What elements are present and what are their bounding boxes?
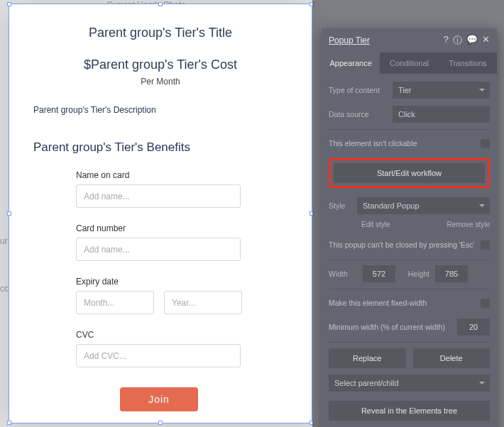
type-of-content-select[interactable]: Tier [393,82,490,99]
chevron-down-icon [479,204,485,207]
width-input[interactable] [363,265,395,282]
resize-handle[interactable] [158,2,163,6]
cvc-label: CVC [76,330,312,340]
select-parent-value: Select parent/child [334,379,399,387]
data-source-label: Data source [329,110,393,118]
payment-form: Name on card Card number Expiry date CVC… [76,170,312,411]
property-editor[interactable]: Popup Tier ? ⓘ 💬 ✕ Appearance Conditiona… [322,28,497,427]
info-icon[interactable]: ⓘ [453,34,462,47]
card-label: Card number [76,223,312,233]
card-input[interactable] [76,238,241,261]
type-value: Tier [398,86,412,94]
expiry-month-input[interactable] [76,291,154,314]
style-label: Style [329,201,357,210]
start-edit-workflow-button[interactable]: Start/Edit workflow [334,163,485,183]
popup-tier[interactable]: Parent group's Tier's Title $Parent grou… [9,4,312,423]
height-input[interactable] [435,265,468,282]
not-clickable-label: This element isn't clickable [329,139,417,148]
select-parent-child[interactable]: Select parent/child [329,375,490,392]
bg-text-ur: ur [0,236,8,246]
help-icon[interactable]: ? [444,34,449,47]
not-clickable-checkbox[interactable] [481,139,490,148]
style-value: Standard Popup [363,201,420,210]
style-select[interactable]: Standard Popup [357,197,490,214]
tier-period: Per Month [9,77,312,87]
remove-style-link[interactable]: Remove style [447,221,490,228]
edit-style-link[interactable]: Edit style [361,221,390,228]
min-width-label: Minimum width (% of current width) [329,323,445,331]
width-label: Width [329,270,357,278]
replace-button[interactable]: Replace [329,348,406,368]
workflow-highlight: Start/Edit workflow [329,158,490,188]
esc-close-label: This popup can't be closed by pressing '… [329,240,475,249]
resize-handle[interactable] [158,421,163,425]
tab-conditional[interactable]: Conditional [380,52,438,74]
cvc-input[interactable] [76,344,241,367]
join-button[interactable]: Join [120,387,198,411]
bg-text-cc: cc [0,284,9,294]
expiry-label: Expiry date [76,277,312,287]
close-icon[interactable]: ✕ [482,34,490,47]
name-input[interactable] [76,184,241,208]
height-label: Height [401,270,429,278]
fixed-width-label: Make this element fixed-width [329,299,427,307]
data-source-value: Click [398,110,415,118]
tier-description: Parent group's Tier's Description [33,105,312,115]
tab-transitions[interactable]: Transitions [439,52,497,74]
type-of-content-label: Type of content [329,86,393,94]
chevron-down-icon [479,382,485,384]
delete-button[interactable]: Delete [413,348,491,368]
tab-appearance[interactable]: Appearance [322,52,380,74]
tier-benefits: Parent group's Tier's Benefits [33,140,312,155]
resize-handle[interactable] [7,421,11,425]
chevron-down-icon [479,89,485,92]
comment-icon[interactable]: 💬 [466,34,478,47]
editor-title[interactable]: Popup Tier [329,35,370,45]
expiry-year-input[interactable] [164,291,242,314]
esc-close-checkbox[interactable] [481,240,490,250]
resize-handle[interactable] [7,2,11,6]
fixed-width-checkbox[interactable] [481,299,490,308]
editor-tabs: Appearance Conditional Transitions [322,52,497,74]
tier-title: Parent group's Tier's Title [9,26,312,40]
min-width-input[interactable] [457,318,490,336]
tier-cost: $Parent group's Tier's Cost [9,57,312,72]
reveal-button[interactable]: Reveal in the Elements tree [329,401,490,421]
data-source-input[interactable]: Click [393,106,490,123]
name-label: Name on card [76,170,312,180]
resize-handle[interactable] [7,211,11,216]
